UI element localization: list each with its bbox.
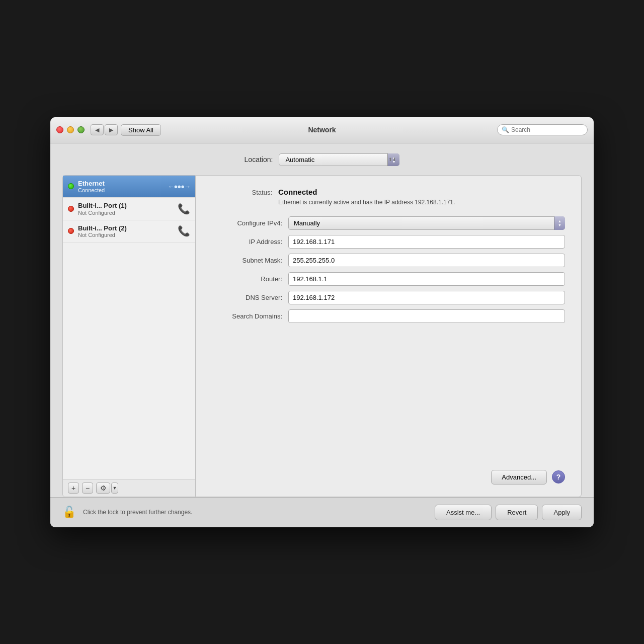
show-all-button[interactable]: Show All (121, 124, 161, 136)
search-domains-label: Search Domains: (212, 312, 282, 320)
configure-select-wrapper: Manually ▲ ▼ (288, 216, 565, 230)
router-label: Router: (212, 275, 282, 283)
subnet-row: Subnet Mask: (212, 254, 565, 267)
subnet-label: Subnet Mask: (212, 257, 282, 264)
search-box[interactable]: 🔍 (497, 124, 588, 135)
window-title: Network (308, 126, 336, 134)
status-connected: Connected (278, 188, 565, 196)
network-window: ◀ ▶ Show All Network 🔍 Location: Automat… (50, 117, 594, 527)
traffic-lights (56, 126, 85, 133)
builtin2-status: Not Configured (78, 232, 174, 238)
subnet-input[interactable] (288, 254, 565, 267)
location-label: Location: (245, 155, 273, 164)
nav-buttons: ◀ ▶ (91, 124, 118, 135)
forward-button[interactable]: ▶ (105, 124, 118, 135)
add-button[interactable]: + (68, 482, 79, 494)
search-input[interactable] (511, 126, 583, 133)
builtin1-item-text: Built-i... Port (1) Not Configured (78, 202, 174, 216)
ethernet-icon: ←●●●→ (168, 183, 190, 190)
builtin2-name: Built-i... Port (2) (78, 224, 174, 232)
window-bottom: 🔓 Click the lock to prevent further chan… (50, 497, 594, 527)
phone-icon-1: 📞 (178, 203, 190, 215)
minimize-button[interactable] (67, 126, 74, 133)
help-button[interactable]: ? (552, 470, 565, 484)
ethernet-status: Connected (78, 187, 164, 193)
close-button[interactable] (56, 126, 63, 133)
status-section: Status: Connected Ethernet is currently … (212, 188, 565, 207)
main-content: Location: Automatic ▲ ▼ (50, 143, 594, 497)
lock-icon[interactable]: 🔓 (62, 506, 76, 519)
search-icon: 🔍 (502, 126, 509, 133)
location-select-wrapper: Automatic ▲ ▼ (279, 153, 399, 166)
status-description: Ethernet is currently active and has the… (278, 198, 565, 207)
location-select[interactable]: Automatic (279, 153, 399, 166)
sidebar-bottom: + − ⚙ ▼ (63, 479, 195, 497)
bottom-buttons: Assist me... Revert Apply (435, 505, 582, 520)
search-domains-input[interactable] (288, 309, 565, 323)
sidebar-item-builtin2[interactable]: Built-i... Port (2) Not Configured 📞 (63, 220, 195, 243)
revert-button[interactable]: Revert (496, 505, 538, 520)
assist-button[interactable]: Assist me... (435, 505, 492, 520)
status-dot-builtin1 (68, 206, 74, 212)
ip-label: IP Address: (212, 238, 282, 246)
titlebar: ◀ ▶ Show All Network 🔍 (50, 117, 594, 143)
sidebar: Ethernet Connected ←●●●→ Built-i... Port… (62, 175, 196, 497)
lock-text: Click the lock to prevent further change… (83, 509, 428, 516)
configure-select[interactable]: Manually (288, 216, 565, 230)
dns-label: DNS Server: (212, 294, 282, 301)
status-label: Status: (212, 188, 272, 196)
builtin1-status: Not Configured (78, 210, 174, 216)
ethernet-name: Ethernet (78, 180, 164, 188)
advanced-button[interactable]: Advanced... (491, 470, 547, 485)
search-domains-row: Search Domains: (212, 309, 565, 323)
dns-input[interactable] (288, 291, 565, 304)
phone-icon-2: 📞 (178, 225, 190, 237)
configure-row: Configure IPv4: Manually ▲ ▼ (212, 216, 565, 230)
sidebar-item-builtin1[interactable]: Built-i... Port (1) Not Configured 📞 (63, 198, 195, 220)
ethernet-item-text: Ethernet Connected (78, 180, 164, 194)
builtin1-name: Built-i... Port (1) (78, 202, 174, 210)
router-row: Router: (212, 272, 565, 286)
status-dot-ethernet (68, 183, 74, 189)
back-button[interactable]: ◀ (91, 124, 104, 135)
remove-button[interactable]: − (82, 482, 93, 494)
zoom-button[interactable] (77, 126, 85, 133)
ip-row: IP Address: (212, 235, 565, 249)
router-input[interactable] (288, 272, 565, 286)
builtin2-item-text: Built-i... Port (2) Not Configured (78, 224, 174, 238)
detail-bottom: Advanced... ? (212, 460, 565, 485)
ip-input[interactable] (288, 235, 565, 249)
configure-label: Configure IPv4: (212, 219, 282, 227)
detail-panel: Status: Connected Ethernet is currently … (196, 175, 582, 497)
dns-row: DNS Server: (212, 291, 565, 304)
gear-group: ⚙ ▼ (96, 482, 118, 494)
panel-area: Ethernet Connected ←●●●→ Built-i... Port… (62, 175, 582, 497)
status-value-col: Connected Ethernet is currently active a… (278, 188, 565, 207)
sidebar-item-ethernet[interactable]: Ethernet Connected ←●●●→ (63, 176, 195, 198)
apply-button[interactable]: Apply (542, 505, 582, 520)
gear-button[interactable]: ⚙ (96, 482, 110, 494)
status-dot-builtin2 (68, 228, 74, 234)
location-bar: Location: Automatic ▲ ▼ (62, 153, 582, 166)
sidebar-list: Ethernet Connected ←●●●→ Built-i... Port… (63, 176, 195, 479)
gear-chevron-button[interactable]: ▼ (111, 482, 118, 494)
